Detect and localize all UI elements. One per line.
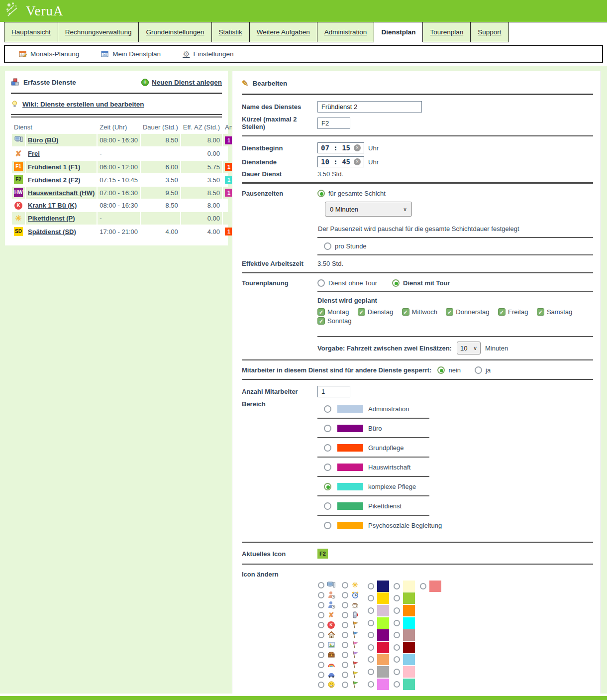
tab-rechnungsverwaltung[interactable]: Rechnungsverwaltung	[58, 22, 139, 42]
color-option[interactable]	[394, 654, 420, 666]
icon-option-rainbow[interactable]	[318, 660, 342, 670]
icon-option-picture[interactable]	[318, 640, 342, 650]
icon-option-asterisk[interactable]: ✳	[342, 580, 368, 590]
color-option[interactable]	[368, 604, 394, 617]
day-checkbox-sonntag[interactable]: ✓Sonntag	[317, 317, 351, 325]
icon-option-worker-orange[interactable]	[318, 590, 342, 600]
bereich-option-buero[interactable]: Büro	[324, 423, 593, 434]
pause-duration-select[interactable]: 0 Minuten ∨	[325, 202, 412, 217]
radio-gesperrt-nein[interactable]	[437, 366, 445, 374]
color-option[interactable]	[394, 641, 420, 654]
day-checkbox-samstag[interactable]: ✓Samstag	[537, 308, 572, 316]
radio-pro-stunde[interactable]	[324, 242, 331, 250]
icon-option-alarm-clock[interactable]	[342, 590, 368, 600]
color-swatch	[403, 629, 415, 641]
edit-title: ✎ Bearbeiten	[242, 77, 593, 89]
clear-time-icon[interactable]: ×	[354, 158, 361, 165]
icon-option-chest[interactable]	[318, 650, 342, 660]
service-link[interactable]: Pikettdienst (P)	[28, 215, 75, 222]
service-link[interactable]: Hausweritschaft (HW)	[28, 189, 95, 197]
icon-option-computer[interactable]	[318, 580, 342, 590]
checkbox-checked-icon: ✓	[498, 308, 506, 316]
color-option[interactable]	[394, 604, 420, 617]
radio-dienst-mit-tour[interactable]	[392, 279, 400, 287]
color-option[interactable]	[368, 629, 394, 641]
subnav-einstellungen[interactable]: ⚙ Einstellungen	[183, 49, 233, 59]
color-option[interactable]	[394, 592, 420, 605]
icon-option-flag-yellow[interactable]	[342, 670, 368, 680]
bereich-option-administration[interactable]: Administration	[324, 403, 593, 414]
tab-statistik[interactable]: Statistik	[211, 22, 250, 42]
icon-option-worker-blue[interactable]	[318, 600, 342, 610]
color-option[interactable]	[368, 592, 394, 605]
checkbox-checked-icon: ✓	[446, 308, 453, 316]
day-checkbox-mittwoch[interactable]: ✓Mittwoch	[402, 308, 437, 316]
color-option[interactable]	[368, 666, 394, 678]
tab-administration[interactable]: Administration	[317, 22, 375, 42]
service-link[interactable]: Büro (BÜ)	[28, 136, 58, 144]
color-option[interactable]	[368, 678, 394, 691]
color-option[interactable]	[394, 629, 420, 641]
bereich-option-hauswirtschaft[interactable]: Hauswirtschaft	[324, 462, 593, 472]
color-option[interactable]	[394, 666, 420, 678]
wiki-link[interactable]: Wiki: Dienste erstellen und bearbeiten	[11, 98, 222, 110]
icon-option-krank[interactable]: K	[318, 620, 342, 630]
service-link[interactable]: Frei	[28, 150, 40, 157]
clear-time-icon[interactable]: ×	[354, 144, 361, 151]
tab-tourenplan[interactable]: Tourenplan	[422, 22, 471, 42]
tab-hauptansicht[interactable]: Hauptansicht	[4, 22, 58, 42]
icon-option-flag-blue[interactable]	[342, 630, 368, 640]
bereich-option-psychosoziale-begleitung[interactable]: Psychosoziale Begleitung	[324, 520, 593, 531]
anzahl-input[interactable]	[317, 386, 350, 397]
day-checkbox-freitag[interactable]: ✓Freitag	[498, 308, 528, 316]
color-option[interactable]	[420, 580, 444, 592]
service-link[interactable]: Spätdienst (SD)	[28, 228, 76, 235]
service-link[interactable]: Krank 1T Bü (K)	[28, 202, 77, 209]
icon-option-coffee[interactable]	[342, 600, 368, 610]
tab-weitere-aufgaben[interactable]: Weitere Aufgaben	[249, 22, 317, 42]
kuerzel-input[interactable]	[317, 117, 350, 129]
day-checkbox-dienstag[interactable]: ✓Dienstag	[358, 308, 393, 316]
icon-option-flag-orange[interactable]	[342, 620, 368, 630]
color-option[interactable]	[368, 580, 394, 592]
tab-support[interactable]: Support	[470, 22, 508, 42]
icon-option-flag-green[interactable]	[342, 680, 368, 690]
icon-option-flag-red[interactable]	[342, 660, 368, 670]
icon-option-car[interactable]	[318, 670, 342, 680]
bereich-option-komplexe-pflege[interactable]: komplexe Pflege	[324, 481, 593, 492]
flag-orange-icon	[351, 621, 359, 629]
service-link[interactable]: Frühdienst 2 (F2)	[28, 176, 80, 184]
service-link[interactable]: Frühdienst 1 (F1)	[28, 163, 80, 171]
color-option[interactable]	[368, 617, 394, 629]
subnav-mein-dienstplan[interactable]: Mein Dienstplan	[101, 50, 161, 58]
subnav-monats-planung[interactable]: Monats-Planung	[19, 50, 79, 58]
color-option[interactable]	[368, 654, 394, 666]
radio-gesperrt-ja[interactable]	[475, 366, 482, 374]
color-swatch	[403, 642, 415, 653]
radio-gesamte-schicht[interactable]	[317, 190, 325, 197]
color-option[interactable]	[394, 678, 420, 691]
icon-option-smiley[interactable]	[318, 680, 342, 690]
day-checkbox-donnerstag[interactable]: ✓Donnerstag	[446, 308, 489, 316]
tab-grundeinstellungen[interactable]: Grundeinstellungen	[138, 22, 211, 42]
color-option[interactable]	[368, 641, 394, 654]
bereich-option-pikettdienst[interactable]: Pikettdienst	[324, 500, 593, 511]
dienstbeginn-input[interactable]: 07 : 15 ×	[317, 142, 364, 153]
color-option[interactable]	[394, 617, 420, 629]
color-swatch	[377, 666, 389, 678]
car-icon	[327, 671, 335, 679]
icon-option-flag-pink[interactable]	[342, 640, 368, 650]
icon-option-flag-violet[interactable]	[342, 650, 368, 660]
service-name-input[interactable]	[317, 101, 422, 113]
icon-option-x[interactable]: ✘	[318, 610, 342, 620]
tab-dienstplan[interactable]: Dienstplan	[374, 22, 423, 42]
bereich-option-grundpflege[interactable]: Grundpflege	[324, 442, 593, 453]
fahrzeit-select[interactable]: 10 ∨	[457, 342, 481, 354]
color-option[interactable]	[394, 580, 420, 592]
icon-option-phone[interactable]	[342, 610, 368, 620]
day-checkbox-montag[interactable]: ✓Montag	[317, 308, 349, 316]
icon-option-house[interactable]	[318, 630, 342, 640]
radio-dienst-ohne-tour[interactable]	[317, 279, 325, 287]
new-service-link[interactable]: + Neuen Dienst anlegen	[141, 79, 222, 86]
dienstende-input[interactable]: 10 : 45 ×	[317, 156, 364, 167]
